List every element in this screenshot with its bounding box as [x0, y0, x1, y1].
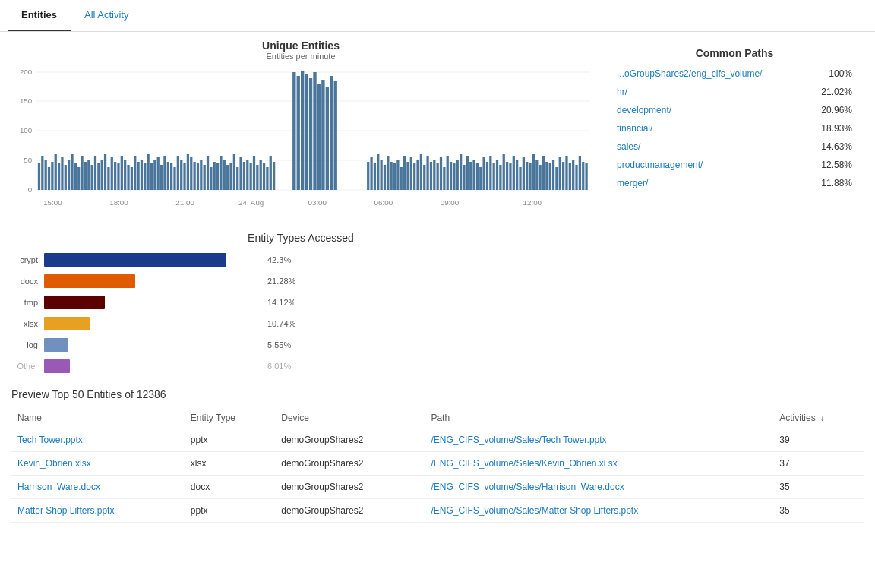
- svg-rect-66: [223, 160, 226, 190]
- svg-rect-45: [153, 160, 156, 190]
- cell-type-3: pptx: [185, 499, 275, 523]
- svg-rect-118: [450, 162, 452, 190]
- path-row-6: merger/ 11.88%: [617, 178, 852, 188]
- preview-title: Preview Top 50 Entities of 12386: [11, 388, 864, 400]
- svg-text:0: 0: [28, 185, 32, 194]
- svg-rect-50: [170, 163, 172, 190]
- table-row: Matter Shop Lifters.pptx pptx demoGroupS…: [11, 499, 864, 523]
- bar-track-tmp: [44, 296, 257, 309]
- entity-link-1[interactable]: Kevin_Obrien.xlsx: [17, 458, 91, 469]
- svg-rect-91: [330, 76, 333, 190]
- svg-rect-23: [81, 156, 83, 190]
- path-link-table-3[interactable]: /ENG_CIFS_volume/Sales/Matter Shop Lifte…: [431, 505, 638, 516]
- svg-rect-85: [305, 74, 308, 190]
- svg-rect-40: [137, 162, 139, 190]
- path-link-6[interactable]: merger/: [617, 178, 648, 188]
- svg-rect-61: [207, 156, 209, 190]
- svg-rect-75: [253, 156, 255, 190]
- path-row-2: development/ 20.96%: [617, 105, 852, 115]
- svg-rect-43: [147, 154, 150, 190]
- svg-text:12:00: 12:00: [523, 198, 542, 207]
- svg-rect-28: [97, 163, 100, 190]
- svg-rect-130: [489, 156, 491, 190]
- svg-rect-156: [575, 165, 577, 190]
- svg-rect-135: [506, 162, 508, 190]
- bar-pct-tmp: 14.12%: [267, 298, 295, 307]
- col-header-activities[interactable]: Activities ↓: [773, 408, 864, 428]
- cell-device-0: demoGroupShares2: [275, 428, 425, 452]
- cell-name-1: Kevin_Obrien.xlsx: [11, 452, 185, 476]
- svg-rect-131: [493, 163, 495, 190]
- bar-log: [44, 338, 68, 352]
- svg-rect-73: [246, 160, 248, 190]
- svg-rect-141: [526, 162, 528, 190]
- col-header-device: Device: [275, 408, 425, 428]
- svg-rect-71: [239, 157, 242, 190]
- svg-rect-13: [48, 167, 50, 190]
- unique-entities-chart-section: Unique Entities Entities per minute 200 …: [11, 40, 590, 217]
- bar-row-log: log 5.55%: [11, 338, 590, 352]
- svg-rect-76: [256, 165, 258, 190]
- svg-rect-144: [535, 160, 538, 190]
- svg-rect-105: [406, 162, 409, 190]
- svg-rect-114: [437, 163, 439, 190]
- svg-rect-132: [496, 160, 498, 190]
- bar-pct-other: 6.01%: [267, 362, 291, 371]
- svg-rect-14: [51, 162, 53, 190]
- sort-icon-activities: ↓: [820, 414, 824, 422]
- bar-label-log: log: [11, 340, 38, 349]
- path-pct-1: 21.02%: [821, 87, 852, 97]
- svg-text:100: 100: [20, 126, 32, 134]
- entity-link-3[interactable]: Matter Shop Lifters.pptx: [17, 505, 114, 516]
- svg-rect-152: [562, 162, 564, 190]
- svg-rect-97: [381, 160, 383, 190]
- svg-rect-150: [555, 167, 558, 190]
- svg-rect-11: [41, 156, 43, 190]
- path-link-3[interactable]: financial/: [617, 123, 652, 134]
- path-link-0[interactable]: ...oGroupShares2/eng_cifs_volume/: [617, 68, 762, 79]
- path-link-table-1[interactable]: /ENG_CIFS_volume/Sales/Kevin_Obrien.xl s…: [431, 458, 617, 469]
- svg-rect-20: [71, 154, 73, 190]
- svg-rect-59: [200, 160, 202, 190]
- table-body: Tech Tower.pptx pptx demoGroupShares2 /E…: [11, 428, 864, 523]
- svg-rect-155: [572, 160, 574, 190]
- svg-rect-129: [486, 162, 488, 190]
- svg-rect-90: [326, 87, 329, 190]
- chart-subtitle: Entities per minute: [11, 52, 590, 61]
- common-paths-section: Common Paths ...oGroupShares2/eng_cifs_v…: [605, 40, 864, 204]
- tab-entities[interactable]: Entities: [8, 0, 71, 31]
- path-link-table-2[interactable]: /ENG_CIFS_volume/Sales/Harrison_Ware.doc…: [431, 482, 624, 492]
- bar-track-docx: [44, 274, 257, 288]
- table-head: Name Entity Type Device Path Activities …: [11, 408, 864, 428]
- cell-type-2: docx: [185, 476, 275, 499]
- svg-rect-142: [529, 163, 531, 190]
- path-row-3: financial/ 18.93%: [617, 123, 852, 134]
- svg-rect-92: [334, 81, 337, 190]
- svg-rect-134: [503, 154, 505, 190]
- svg-rect-94: [370, 157, 372, 190]
- bar-row-other: Other 6.01%: [11, 359, 590, 373]
- svg-rect-22: [77, 167, 80, 190]
- path-link-table-0[interactable]: /ENG_CIFS_volume/Sales/Tech Tower.pptx: [431, 435, 606, 445]
- svg-rect-96: [377, 154, 379, 190]
- svg-rect-146: [542, 156, 545, 190]
- svg-rect-120: [456, 160, 459, 190]
- svg-rect-126: [476, 163, 479, 190]
- entity-link-0[interactable]: Tech Tower.pptx: [17, 435, 83, 445]
- entity-link-2[interactable]: Harrison_Ware.docx: [17, 482, 100, 492]
- svg-rect-140: [523, 157, 525, 190]
- path-link-2[interactable]: development/: [617, 105, 671, 115]
- svg-rect-46: [157, 157, 160, 190]
- path-link-1[interactable]: hr/: [617, 87, 627, 97]
- cell-path-3: /ENG_CIFS_volume/Sales/Matter Shop Lifte…: [425, 499, 773, 523]
- svg-text:24. Aug: 24. Aug: [238, 198, 264, 207]
- path-link-4[interactable]: sales/: [617, 141, 640, 152]
- tab-bar: Entities All Activity: [0, 0, 875, 32]
- path-row-0: ...oGroupShares2/eng_cifs_volume/ 100%: [617, 68, 852, 79]
- bar-label-xlsx: xlsx: [11, 319, 38, 328]
- svg-rect-80: [270, 156, 272, 190]
- path-link-5[interactable]: productmanagement/: [617, 160, 703, 170]
- tab-all-activity[interactable]: All Activity: [71, 0, 143, 31]
- cell-name-0: Tech Tower.pptx: [11, 428, 185, 452]
- svg-rect-41: [141, 160, 143, 190]
